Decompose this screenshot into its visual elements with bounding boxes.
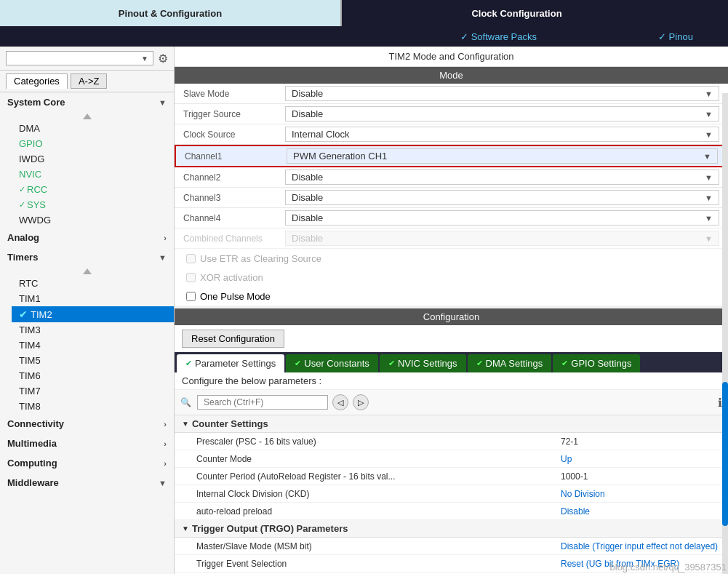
sidebar-item-gpio[interactable]: GPIO bbox=[12, 136, 174, 151]
scrollbar-thumb[interactable] bbox=[722, 382, 728, 526]
one-pulse-label: One Pulse Mode bbox=[200, 291, 271, 302]
gpio-label: GPIO bbox=[19, 138, 43, 149]
param-row-counter-period: Counter Period (AutoReload Register - 16… bbox=[175, 468, 728, 485]
slave-mode-value: Disable bbox=[292, 88, 323, 99]
sidebar-item-sys[interactable]: ✓ SYS bbox=[12, 197, 174, 212]
sidebar-item-tim4[interactable]: TIM4 bbox=[12, 338, 174, 353]
msm-name: Master/Slave Mode (MSM bit) bbox=[196, 541, 561, 551]
sidebar-category-timers[interactable]: Timers ▼ bbox=[0, 247, 174, 267]
sidebar-category-system-core[interactable]: System Core ▼ bbox=[0, 92, 174, 112]
tim7-label: TIM7 bbox=[19, 386, 41, 396]
param-search-box[interactable] bbox=[197, 395, 328, 410]
config-btn-row: Reset Configuration bbox=[175, 325, 728, 352]
param-nav-next-button[interactable]: ▷ bbox=[353, 394, 369, 410]
tab-a-to-z[interactable]: A->Z bbox=[71, 73, 108, 89]
search-chevron-icon: ▼ bbox=[141, 55, 148, 63]
multimedia-label: Multimedia bbox=[7, 438, 57, 449]
trgo-group-label: Trigger Output (TRGO) Parameters bbox=[192, 523, 348, 534]
sidebar-category-multimedia[interactable]: Multimedia › bbox=[0, 434, 174, 453]
software-packs-link[interactable]: ✓ Software Packs bbox=[342, 26, 655, 47]
sidebar-category-connectivity[interactable]: Connectivity › bbox=[0, 414, 174, 434]
tab-dma-settings[interactable]: ✔ DMA Settings bbox=[468, 354, 552, 372]
sidebar-category-analog[interactable]: Analog › bbox=[0, 228, 174, 247]
configure-text-label: Configure the below parameters : bbox=[182, 375, 321, 386]
header: Pinout & Configuration Clock Configurati… bbox=[0, 0, 728, 26]
pinout-label: Pinout & Configuration bbox=[119, 8, 222, 19]
slave-mode-select[interactable]: Disable ▼ bbox=[285, 86, 719, 101]
tab-nvic-settings[interactable]: ✔ NVIC Settings bbox=[380, 354, 466, 372]
param-row-autoreload: auto-reload preload Disable bbox=[175, 503, 728, 520]
mode-checkbox-xor: XOR activation bbox=[175, 268, 728, 287]
tim2-check-icon: ✔ bbox=[19, 308, 28, 320]
param-group-trgo[interactable]: ▼ Trigger Output (TRGO) Parameters bbox=[175, 520, 728, 538]
triangle-up-icon bbox=[83, 113, 92, 119]
sidebar-category-computing[interactable]: Computing › bbox=[0, 453, 174, 473]
sidebar-item-dma[interactable]: DMA bbox=[12, 121, 174, 136]
sidebar-item-nvic[interactable]: NVIC bbox=[12, 167, 174, 182]
configure-text: Configure the below parameters : bbox=[175, 372, 728, 390]
sidebar-search-box[interactable]: ▼ bbox=[6, 51, 153, 65]
param-search-input[interactable] bbox=[204, 397, 321, 407]
sidebar-item-tim3[interactable]: TIM3 bbox=[12, 322, 174, 338]
sidebar: ▼ ⚙ Categories A->Z System Core ▼ DMA GP… bbox=[0, 47, 175, 574]
param-nav-prev-button[interactable]: ◁ bbox=[332, 394, 348, 410]
trigger-source-label: Trigger Source bbox=[183, 109, 285, 119]
mode-row-channel2: Channel2 Disable ▼ bbox=[175, 167, 728, 188]
wwdg-label: WWDG bbox=[19, 215, 51, 226]
middleware-label: Middleware bbox=[7, 477, 59, 488]
sidebar-item-tim1[interactable]: TIM1 bbox=[12, 291, 174, 306]
mode-row-slave: Slave Mode Disable ▼ bbox=[175, 84, 728, 104]
mode-checkbox-one-pulse[interactable]: One Pulse Mode bbox=[175, 287, 728, 306]
tab-parameter-settings[interactable]: ✔ Parameter Settings bbox=[177, 354, 284, 372]
mode-row-channel4: Channel4 Disable ▼ bbox=[175, 208, 728, 228]
sub-header: ✓ Software Packs ✓ Pinou bbox=[0, 26, 728, 47]
trigger-source-value: Disable bbox=[292, 108, 323, 119]
clock-tab[interactable]: Clock Configuration bbox=[342, 0, 692, 26]
connectivity-chevron-icon: › bbox=[164, 420, 167, 428]
pinout-link[interactable]: ✓ Pinou bbox=[655, 26, 728, 47]
sidebar-item-tim8[interactable]: TIM8 bbox=[12, 399, 174, 414]
sidebar-item-rcc[interactable]: ✓ RCC bbox=[12, 182, 174, 197]
sidebar-item-tim2[interactable]: ✔ TIM2 bbox=[12, 306, 174, 322]
reset-config-button[interactable]: Reset Configuration bbox=[182, 330, 284, 348]
autoreload-value: Disable bbox=[561, 506, 721, 517]
counter-mode-value: Up bbox=[561, 454, 721, 464]
sidebar-item-tim7[interactable]: TIM7 bbox=[12, 383, 174, 399]
channel1-select[interactable]: PWM Generation CH1 ▼ bbox=[287, 148, 718, 164]
prescaler-name: Prescaler (PSC - 16 bits value) bbox=[196, 437, 561, 447]
sub-header-left bbox=[0, 26, 342, 47]
xor-checkbox bbox=[186, 273, 196, 282]
iwdg-label: IWDG bbox=[19, 154, 44, 164]
pinout-tab[interactable]: Pinout & Configuration bbox=[0, 0, 342, 26]
tab-user-constants[interactable]: ✔ User Constants bbox=[286, 354, 378, 372]
sidebar-category-middleware[interactable]: Middleware ▼ bbox=[0, 473, 174, 493]
rcc-label: RCC bbox=[27, 184, 47, 195]
channel1-label: Channel1 bbox=[185, 151, 287, 162]
one-pulse-checkbox[interactable] bbox=[186, 292, 196, 301]
sidebar-item-iwdg[interactable]: IWDG bbox=[12, 151, 174, 167]
param-group-counter[interactable]: ▼ Counter Settings bbox=[175, 415, 728, 433]
sidebar-search-input[interactable] bbox=[11, 53, 141, 63]
gear-icon[interactable]: ⚙ bbox=[158, 52, 168, 65]
etr-checkbox bbox=[186, 254, 196, 263]
tab-gpio-settings[interactable]: ✔ GPIO Settings bbox=[553, 354, 640, 372]
channel4-select[interactable]: Disable ▼ bbox=[285, 210, 719, 226]
channel2-select[interactable]: Disable ▼ bbox=[285, 170, 719, 185]
autoreload-name: auto-reload preload bbox=[196, 506, 561, 517]
channel3-chevron-icon: ▼ bbox=[705, 194, 713, 202]
nvic-settings-check-icon: ✔ bbox=[388, 359, 395, 368]
tab-categories[interactable]: Categories bbox=[6, 73, 68, 89]
sidebar-item-rtc[interactable]: RTC bbox=[12, 276, 174, 291]
system-core-items: DMA GPIO IWDG NVIC ✓ RCC ✓ SYS WWDG bbox=[0, 121, 174, 228]
slave-mode-label: Slave Mode bbox=[183, 89, 285, 99]
channel3-select[interactable]: Disable ▼ bbox=[285, 190, 719, 205]
param-row-msm: Master/Slave Mode (MSM bit) Disable (Tri… bbox=[175, 538, 728, 555]
computing-label: Computing bbox=[7, 458, 57, 469]
clock-source-select[interactable]: Internal Clock ▼ bbox=[285, 127, 719, 142]
msm-value: Disable (Trigger input effect not delaye… bbox=[561, 541, 721, 551]
sidebar-item-wwdg[interactable]: WWDG bbox=[12, 212, 174, 228]
trigger-source-select[interactable]: Disable ▼ bbox=[285, 106, 719, 121]
combined-channels-value: Disable bbox=[292, 233, 323, 244]
sidebar-item-tim5[interactable]: TIM5 bbox=[12, 353, 174, 368]
sidebar-item-tim6[interactable]: TIM6 bbox=[12, 368, 174, 383]
